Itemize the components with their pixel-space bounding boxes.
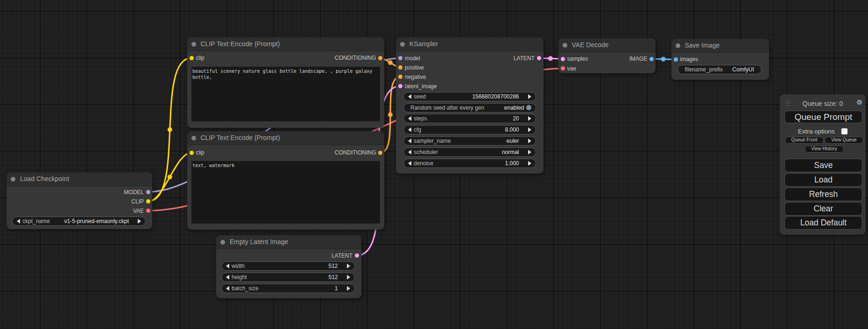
node-save-image[interactable]: Save Imageimagesfilename_prefixComfyUI bbox=[671, 39, 769, 80]
increment-arrow-icon[interactable] bbox=[347, 286, 350, 291]
widget-ckpt-name[interactable]: ckpt_namev1-5-pruned-emaonly.ckpt bbox=[12, 217, 146, 226]
queue-size-label: Queue size: 0 bbox=[780, 100, 866, 107]
widget-value: 1.000 bbox=[505, 159, 519, 168]
queue-front-button[interactable]: Queue Front bbox=[785, 137, 824, 144]
output-slot-IMAGE[interactable] bbox=[649, 57, 654, 61]
widget-cfg[interactable]: cfg8.000 bbox=[403, 125, 536, 134]
clear-button[interactable]: Clear bbox=[784, 202, 862, 216]
node-title-bar[interactable]: CLIP Text Encode (Prompt) bbox=[187, 37, 385, 51]
decrement-arrow-icon[interactable] bbox=[226, 286, 229, 291]
prompt-textarea[interactable] bbox=[191, 67, 380, 121]
input-slot-negative[interactable] bbox=[398, 75, 402, 79]
queue-prompt-button[interactable]: Queue Prompt bbox=[784, 111, 862, 123]
decrement-arrow-icon[interactable] bbox=[408, 127, 411, 132]
widget-label: sampler_name bbox=[414, 137, 451, 145]
output-slot-label: VAE bbox=[133, 208, 144, 214]
widget-value: v1-5-pruned-emaonly.ckpt bbox=[64, 217, 129, 225]
widget-sampler-name[interactable]: sampler_nameeuler bbox=[403, 136, 536, 146]
node-clip-text-encode-negative[interactable]: CLIP Text Encode (Prompt)clipCONDITIONIN… bbox=[187, 131, 385, 230]
widget-random-seed-after-every-gen[interactable]: Random seed after every genenabled bbox=[403, 103, 536, 112]
view-history-button[interactable]: View History bbox=[804, 146, 844, 153]
input-slot-positive[interactable] bbox=[398, 65, 402, 70]
output-slot-LATENT[interactable] bbox=[355, 253, 359, 258]
decrement-arrow-icon[interactable] bbox=[408, 150, 411, 154]
decrement-arrow-icon[interactable] bbox=[408, 116, 411, 121]
widget-steps[interactable]: steps20 bbox=[403, 114, 536, 123]
widget-scheduler[interactable]: schedulernormal bbox=[403, 147, 536, 157]
widget-batch-size[interactable]: batch_size1 bbox=[221, 284, 355, 293]
widget-denoise[interactable]: denoise1.000 bbox=[403, 159, 536, 168]
input-slot-model[interactable] bbox=[398, 56, 402, 60]
node-title-bar[interactable]: Load Checkpoint bbox=[7, 172, 152, 186]
output-slot-label: MODEL bbox=[124, 189, 144, 195]
decrement-arrow-icon[interactable] bbox=[408, 139, 411, 143]
refresh-button[interactable]: Refresh bbox=[784, 188, 862, 201]
widget-filename-prefix[interactable]: filename_prefixComfyUI bbox=[677, 65, 762, 74]
increment-arrow-icon[interactable] bbox=[528, 127, 531, 132]
widget-label: scheduler bbox=[414, 148, 438, 156]
node-status-dot bbox=[191, 42, 196, 47]
increment-arrow-icon[interactable] bbox=[528, 94, 531, 99]
widget-value: 20 bbox=[513, 114, 519, 123]
increment-arrow-icon[interactable] bbox=[347, 275, 350, 280]
output-slot-MODEL[interactable] bbox=[146, 190, 150, 194]
node-empty-latent-image[interactable]: Empty Latent ImageLATENTwidth512height51… bbox=[216, 235, 361, 298]
node-title-bar[interactable]: VAE Decode bbox=[558, 38, 656, 52]
input-slot-label: clip bbox=[196, 150, 205, 155]
output-slot-LATENT[interactable] bbox=[537, 56, 541, 60]
node-vae-decode[interactable]: VAE DecodesamplesvaeIMAGE bbox=[558, 38, 656, 73]
output-slot-label: LATENT bbox=[332, 253, 353, 259]
input-slot-samples[interactable] bbox=[561, 57, 565, 61]
widget-width[interactable]: width512 bbox=[221, 261, 355, 271]
node-title-bar[interactable]: KSampler bbox=[396, 37, 543, 51]
save-button[interactable]: Save bbox=[784, 159, 862, 172]
widget-label: height bbox=[232, 273, 247, 281]
prompt-textarea[interactable] bbox=[191, 161, 380, 224]
node-title-bar[interactable]: Empty Latent Image bbox=[216, 235, 361, 249]
decrement-arrow-icon[interactable] bbox=[17, 219, 20, 224]
widget-height[interactable]: height512 bbox=[221, 273, 355, 282]
load-button[interactable]: Load bbox=[784, 173, 862, 187]
decrement-arrow-icon[interactable] bbox=[226, 264, 229, 268]
input-slot-vae[interactable] bbox=[561, 66, 565, 70]
widget-label: batch_size bbox=[232, 284, 258, 293]
output-slot-VAE[interactable] bbox=[146, 209, 150, 213]
decrement-arrow-icon[interactable] bbox=[408, 161, 411, 166]
extra-options-checkbox[interactable] bbox=[841, 128, 847, 134]
view-queue-button[interactable]: View Queue bbox=[825, 137, 863, 144]
input-slot-clip[interactable] bbox=[190, 56, 194, 60]
toggle-indicator[interactable] bbox=[526, 105, 531, 110]
node-load-checkpoint[interactable]: Load CheckpointMODELCLIPVAEckpt_namev1-5… bbox=[7, 172, 152, 229]
widget-value: enabled bbox=[504, 104, 524, 112]
increment-arrow-icon[interactable] bbox=[138, 219, 141, 224]
input-slot-clip[interactable] bbox=[190, 151, 194, 155]
node-status-dot bbox=[11, 177, 15, 182]
input-slot-images[interactable] bbox=[674, 57, 678, 62]
widget-value: 8.000 bbox=[505, 126, 519, 134]
decrement-arrow-icon[interactable] bbox=[226, 275, 229, 280]
node-title-bar[interactable]: Save Image bbox=[671, 39, 769, 53]
decrement-arrow-icon[interactable] bbox=[408, 94, 411, 99]
input-slot-label: clip bbox=[196, 55, 205, 61]
node-ksampler[interactable]: KSamplermodelpositivenegativelatent_imag… bbox=[396, 37, 543, 174]
node-clip-text-encode-positive[interactable]: CLIP Text Encode (Prompt)clipCONDITIONIN… bbox=[187, 37, 385, 128]
widget-value: normal bbox=[502, 148, 519, 156]
node-status-dot bbox=[400, 42, 405, 47]
increment-arrow-icon[interactable] bbox=[528, 150, 531, 154]
node-title-bar[interactable]: CLIP Text Encode (Prompt) bbox=[187, 131, 385, 145]
link-middot-2 bbox=[168, 175, 172, 179]
increment-arrow-icon[interactable] bbox=[347, 264, 350, 268]
increment-arrow-icon[interactable] bbox=[528, 116, 531, 121]
widget-label: steps bbox=[414, 114, 427, 123]
output-slot-CONDITIONING[interactable] bbox=[378, 151, 382, 155]
widget-seed[interactable]: seed156680208700286 bbox=[403, 92, 536, 101]
increment-arrow-icon[interactable] bbox=[528, 139, 531, 143]
increment-arrow-icon[interactable] bbox=[528, 161, 531, 166]
load-default-button[interactable]: Load Default bbox=[784, 216, 862, 230]
output-slot-CLIP[interactable] bbox=[146, 199, 150, 203]
output-slot-CONDITIONING[interactable] bbox=[378, 56, 382, 60]
input-slot-latent_image[interactable] bbox=[398, 84, 402, 88]
node-title-label: Empty Latent Image bbox=[230, 235, 288, 249]
gear-icon[interactable] bbox=[856, 99, 862, 105]
node-status-dot bbox=[676, 43, 680, 48]
